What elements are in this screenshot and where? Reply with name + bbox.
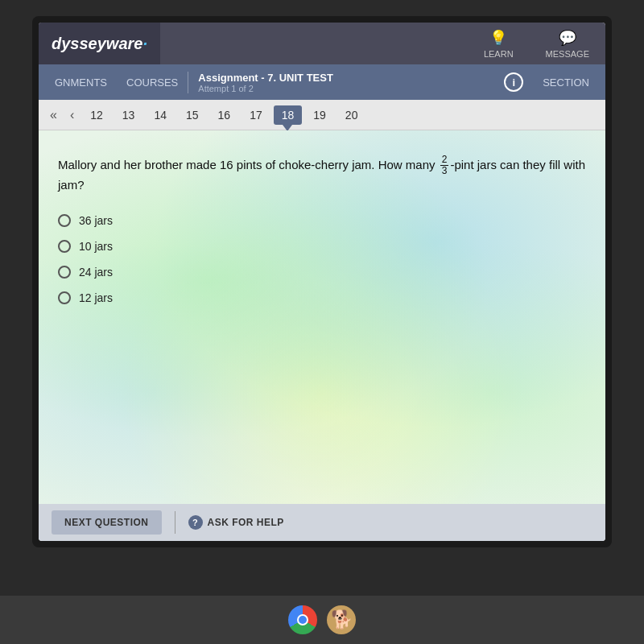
laptop-bezel: dysseyware· 💡 LEARN 💬 MESSAGE GNMENTS bbox=[32, 16, 612, 547]
question-text-before: Mallory and her brother made 16 pints of… bbox=[58, 158, 439, 171]
top-nav: dysseyware· 💡 LEARN 💬 MESSAGE bbox=[39, 23, 605, 64]
nav-actions: 💡 LEARN 💬 MESSAGE bbox=[468, 23, 605, 64]
taskbar: 🐕 bbox=[0, 596, 644, 644]
answer-label-d: 12 jars bbox=[79, 291, 113, 304]
assignments-link[interactable]: GNMENTS bbox=[45, 64, 117, 100]
secondary-nav: GNMENTS COURSES Assignment - 7. UNIT TES… bbox=[39, 64, 605, 100]
screen: dysseyware· 💡 LEARN 💬 MESSAGE GNMENTS bbox=[39, 23, 605, 541]
logo-dot: · bbox=[142, 35, 147, 52]
radio-c[interactable] bbox=[58, 266, 71, 279]
logo-area: dysseyware· bbox=[39, 23, 160, 64]
logo-prefix: d bbox=[52, 35, 61, 52]
content-overlay: Mallory and her brother made 16 pints of… bbox=[39, 130, 605, 330]
help-icon: ? bbox=[188, 515, 203, 530]
question-nav: « ‹ 12 13 14 15 16 17 18 19 20 bbox=[39, 100, 605, 130]
assignment-info: Assignment - 7. UNIT TEST Attempt 1 of 2 bbox=[188, 72, 504, 93]
fraction-denominator: 3 bbox=[440, 166, 449, 176]
radio-a[interactable] bbox=[58, 214, 71, 227]
answer-label-b: 10 jars bbox=[79, 240, 113, 253]
radio-d[interactable] bbox=[58, 291, 71, 304]
prev-question-button[interactable]: ‹ bbox=[65, 106, 79, 124]
main-content: Mallory and her brother made 16 pints of… bbox=[39, 130, 605, 504]
q-num-20[interactable]: 20 bbox=[337, 105, 366, 125]
section-link[interactable]: SECTION bbox=[533, 76, 599, 89]
answer-label-c: 24 jars bbox=[79, 266, 113, 279]
info-button[interactable]: i bbox=[504, 72, 523, 92]
bottom-bar: NEXT QUESTION ? ASK FOR HELP bbox=[39, 504, 605, 541]
q-num-19[interactable]: 19 bbox=[305, 105, 334, 125]
answer-label-a: 36 jars bbox=[79, 214, 113, 227]
ask-help-label: ASK FOR HELP bbox=[208, 517, 284, 528]
q-num-17[interactable]: 17 bbox=[242, 105, 270, 125]
answer-option-c[interactable]: 24 jars bbox=[58, 266, 586, 279]
learn-icon: 💡 bbox=[489, 29, 507, 47]
message-label: MESSAGE bbox=[546, 49, 589, 59]
assignment-title: Assignment - 7. UNIT TEST bbox=[198, 72, 494, 84]
answer-option-b[interactable]: 10 jars bbox=[58, 240, 586, 253]
message-nav-item[interactable]: 💬 MESSAGE bbox=[530, 23, 605, 64]
q-num-16[interactable]: 16 bbox=[210, 105, 239, 125]
chrome-taskbar-icon[interactable] bbox=[288, 605, 317, 634]
q-num-13[interactable]: 13 bbox=[114, 105, 143, 125]
logo-brand: ysseyware bbox=[61, 35, 142, 52]
q-num-12[interactable]: 12 bbox=[82, 105, 111, 125]
shiba-taskbar-icon[interactable]: 🐕 bbox=[327, 605, 356, 634]
logo-text: dysseyware· bbox=[52, 35, 147, 53]
first-question-button[interactable]: « bbox=[45, 106, 62, 124]
bottom-divider bbox=[175, 511, 175, 534]
ask-help-button[interactable]: ? ASK FOR HELP bbox=[188, 515, 284, 530]
attempt-label: Attempt 1 of 2 bbox=[198, 84, 494, 93]
chrome-center-dot bbox=[299, 616, 307, 624]
next-question-button[interactable]: NEXT QUESTION bbox=[52, 510, 162, 535]
question-text: Mallory and her brother made 16 pints of… bbox=[58, 155, 586, 195]
q-num-18[interactable]: 18 bbox=[274, 105, 303, 125]
q-num-15[interactable]: 15 bbox=[178, 105, 207, 125]
q-num-14[interactable]: 14 bbox=[146, 105, 175, 125]
courses-link[interactable]: COURSES bbox=[117, 64, 188, 100]
nav-spacer bbox=[160, 23, 468, 64]
message-icon: 💬 bbox=[559, 29, 576, 47]
answer-option-a[interactable]: 36 jars bbox=[58, 214, 586, 227]
fraction: 23 bbox=[440, 155, 449, 176]
answer-option-d[interactable]: 12 jars bbox=[58, 291, 586, 304]
fraction-numerator: 2 bbox=[440, 155, 449, 166]
learn-label: LEARN bbox=[484, 49, 514, 59]
learn-nav-item[interactable]: 💡 LEARN bbox=[468, 23, 530, 64]
radio-b[interactable] bbox=[58, 240, 71, 253]
